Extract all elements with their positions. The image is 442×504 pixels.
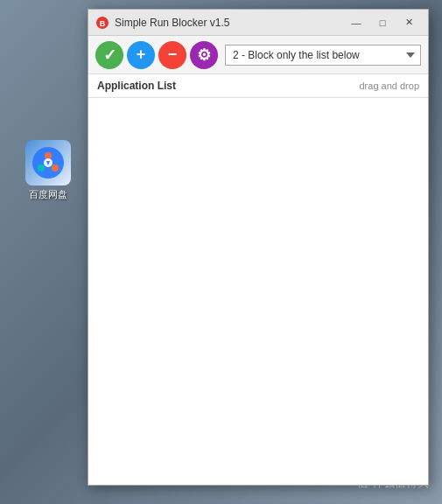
svg-point-1 [45, 152, 52, 159]
title-bar: B Simple Run Blocker v1.5 — □ ✕ [88, 10, 428, 36]
minimize-button[interactable]: — [344, 13, 368, 32]
title-bar-controls: — □ ✕ [344, 13, 421, 32]
app-list-label: Application List [97, 80, 176, 92]
desktop-icon-image [25, 140, 71, 186]
settings-button[interactable]: ⚙ [190, 41, 218, 69]
desktop-icon-label: 百度网盘 [29, 188, 67, 201]
check-icon: ✓ [103, 46, 116, 65]
close-button[interactable]: ✕ [396, 13, 421, 32]
add-icon: + [137, 46, 146, 64]
mode-dropdown[interactable]: 0 - Disabled 1 - Block all 2 - Block onl… [225, 45, 421, 66]
window-title: Simple Run Blocker v1.5 [115, 17, 344, 29]
mode-dropdown-wrapper: 0 - Disabled 1 - Block all 2 - Block onl… [225, 45, 421, 66]
check-button[interactable]: ✓ [95, 41, 123, 69]
app-icon: B [95, 16, 109, 30]
svg-text:B: B [100, 19, 106, 28]
add-button[interactable]: + [127, 41, 155, 69]
main-window: B Simple Run Blocker v1.5 — □ ✕ ✓ + − ⚙ … [88, 9, 429, 486]
content-header: Application List drag and drop [88, 74, 428, 98]
application-list [88, 98, 428, 485]
desktop-icon-baidu[interactable]: 百度网盘 [18, 140, 79, 201]
remove-button[interactable]: − [158, 41, 186, 69]
maximize-button[interactable]: □ [370, 13, 395, 32]
drag-drop-hint: drag and drop [360, 80, 420, 91]
toolbar: ✓ + − ⚙ 0 - Disabled 1 - Block all 2 - B… [88, 36, 428, 74]
content-area: Application List drag and drop [88, 74, 428, 485]
gear-icon: ⚙ [197, 46, 211, 65]
svg-point-3 [52, 164, 59, 172]
svg-point-2 [38, 164, 45, 172]
remove-icon: − [168, 46, 178, 64]
